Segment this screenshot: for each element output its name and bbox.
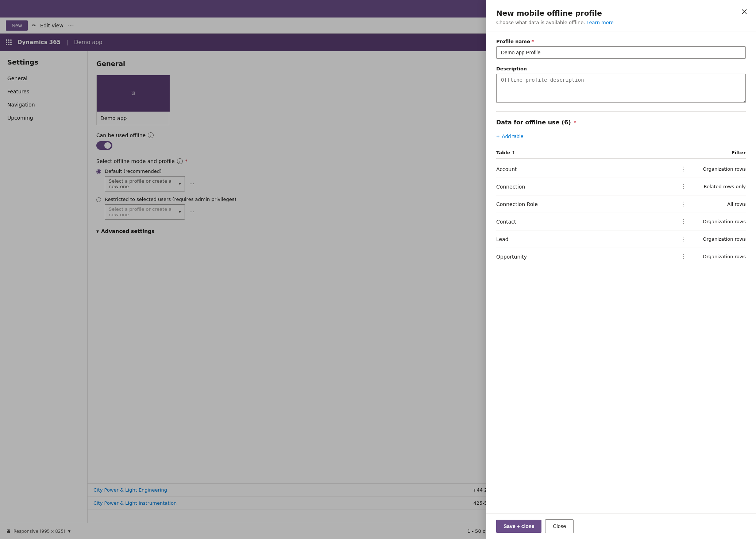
table-name-header-text: Table: [496, 150, 510, 155]
contact-actions: ⋮ Organization rows: [679, 217, 746, 226]
data-table-name-opportunity: Opportunity: [496, 254, 679, 260]
data-table-row-lead: Lead ⋮ Organization rows: [496, 230, 746, 248]
modal-panel: New mobile offline profile Choose what d…: [486, 0, 756, 539]
data-table-header: Table ↑ Filter: [496, 147, 746, 159]
lead-action-dots[interactable]: ⋮: [679, 235, 689, 243]
opportunity-filter: Organization rows: [695, 254, 746, 259]
profile-name-field: Profile name *: [496, 39, 746, 59]
description-label-text: Description: [496, 66, 527, 71]
opportunity-action-dots[interactable]: ⋮: [679, 252, 689, 261]
table-name-header[interactable]: Table ↑: [496, 150, 515, 155]
add-table-label: Add table: [502, 133, 523, 139]
modal-title: New mobile offline profile: [496, 9, 746, 18]
connection-role-action-dots[interactable]: ⋮: [679, 200, 689, 208]
data-table-row-contact: Contact ⋮ Organization rows: [496, 213, 746, 230]
plus-icon: +: [496, 133, 500, 140]
connection-actions: ⋮ Related rows only: [679, 182, 746, 191]
data-table-name-lead: Lead: [496, 236, 679, 242]
data-offline-title: Data for offline use (6): [496, 119, 571, 126]
connection-filter: Related rows only: [695, 184, 746, 189]
account-actions: ⋮ Organization rows: [679, 165, 746, 173]
modal-header: New mobile offline profile Choose what d…: [486, 0, 756, 31]
modal-subtitle: Choose what data is available offline. L…: [496, 20, 746, 25]
connection-action-dots[interactable]: ⋮: [679, 182, 689, 191]
contact-action-dots[interactable]: ⋮: [679, 217, 689, 226]
data-offline-required-star: *: [574, 120, 576, 125]
section-divider: [496, 111, 746, 112]
learn-more-link[interactable]: Learn more: [587, 20, 614, 25]
profile-name-label-text: Profile name: [496, 39, 530, 44]
data-table-name-connection-role: Connection Role: [496, 201, 679, 207]
table-filter-header: Filter: [732, 150, 746, 155]
connection-role-filter: All rows: [695, 201, 746, 207]
data-table-name-connection: Connection: [496, 184, 679, 190]
account-filter: Organization rows: [695, 166, 746, 172]
description-label: Description: [496, 66, 746, 71]
account-action-dots[interactable]: ⋮: [679, 165, 689, 173]
data-table-row-connection-role: Connection Role ⋮ All rows: [496, 195, 746, 213]
data-table-row-connection: Connection ⋮ Related rows only: [496, 178, 746, 195]
description-textarea[interactable]: [496, 74, 746, 103]
data-table-name-contact: Contact: [496, 219, 679, 225]
profile-name-label: Profile name *: [496, 39, 746, 44]
table-filter-header-text: Filter: [732, 150, 746, 155]
modal-close-button[interactable]: [740, 7, 749, 16]
save-close-button[interactable]: Save + close: [496, 520, 541, 533]
data-table-name-account: Account: [496, 166, 679, 172]
data-table-row-opportunity: Opportunity ⋮ Organization rows: [496, 248, 746, 265]
opportunity-actions: ⋮ Organization rows: [679, 252, 746, 261]
add-table-button[interactable]: + Add table: [496, 132, 524, 141]
required-star: *: [532, 39, 534, 44]
sort-icon: ↑: [512, 150, 515, 155]
modal-footer: Save + close Close: [486, 513, 756, 539]
description-field: Description: [496, 66, 746, 104]
lead-actions: ⋮ Organization rows: [679, 235, 746, 243]
data-table-body: Account ⋮ Organization rows Connection ⋮…: [496, 160, 746, 265]
modal-subtitle-text: Choose what data is available offline.: [496, 20, 585, 25]
modal-body: Profile name * Description Data for offl…: [486, 31, 756, 513]
connection-role-actions: ⋮ All rows: [679, 200, 746, 208]
contact-filter: Organization rows: [695, 219, 746, 224]
data-table-row-account: Account ⋮ Organization rows: [496, 160, 746, 178]
profile-name-input[interactable]: [496, 46, 746, 59]
data-offline-header: Data for offline use (6) *: [496, 119, 746, 126]
close-button[interactable]: Close: [545, 519, 574, 533]
lead-filter: Organization rows: [695, 236, 746, 242]
